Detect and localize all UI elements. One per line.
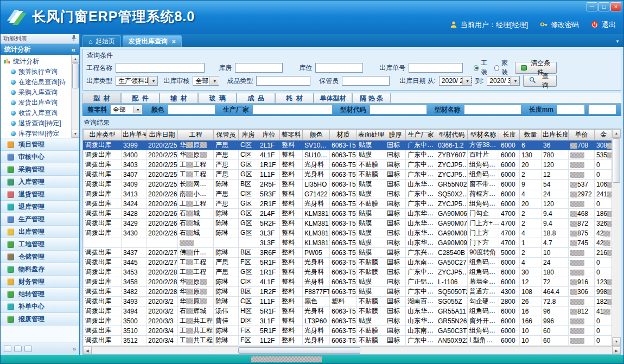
sidebar-item-inbound[interactable]: 入库管理: [1, 176, 79, 188]
table-row[interactable]: 3L3F整料KLM38176063-T5贴膜国标山东华…GA90M09…门下方4…: [84, 238, 613, 248]
scroll-up-icon[interactable]: ▲: [612, 129, 621, 138]
table-row[interactable]: 调拨出库35122020/3/4工共工程陈琳F区1L2F整料光身料6063-T5…: [84, 336, 613, 346]
tree-scrollbar[interactable]: ▲ ▼: [71, 55, 79, 138]
tab-start-page[interactable]: ⌂ 起始页: [82, 35, 121, 47]
sidebar-item-inventory[interactable]: 物料盘存: [1, 263, 79, 276]
scroll-right-icon[interactable]: ▶: [612, 347, 621, 354]
table-row[interactable]: 调拨出库35002020/3/3工共工程曹佳D区3L1F整料LT3P606063…: [84, 316, 613, 326]
sidebar-item-carryover[interactable]: 结转管理: [1, 288, 79, 301]
warehouse-input[interactable]: [235, 63, 283, 73]
table-row[interactable]: 调拨出库34242020/2/26工工程严思G区2R1F整料光身料6063-T5…: [84, 199, 613, 209]
date-from-picker[interactable]: 2020/ 2/16: [439, 76, 472, 86]
search-button[interactable]: 查 询: [523, 75, 557, 87]
sidebar-item-purchase[interactable]: 采购管理: [1, 163, 79, 176]
column-header[interactable]: 数量: [520, 130, 542, 141]
column-header[interactable]: 工程: [178, 130, 214, 141]
material-tab[interactable]: 玻 璃: [198, 93, 237, 103]
tab-close-icon[interactable]: ×: [172, 38, 176, 46]
tree-scrollbar-thumb[interactable]: [72, 63, 79, 88]
column-header[interactable]: 长度: [499, 130, 520, 141]
material-tab[interactable]: 型 材: [82, 93, 121, 103]
table-row[interactable]: 调拨出库34032020/2/25工工程严思G区1R1F整料光身料6063-T5…: [84, 160, 613, 170]
material-tab[interactable]: 隔 热 条: [352, 93, 391, 103]
table-row[interactable]: 调拨出库34582020/2/28华原陈琳C区4L1F整料光身料6063-T5贴…: [84, 277, 613, 287]
location-input[interactable]: [315, 63, 363, 73]
logout-link[interactable]: 退出: [602, 20, 616, 30]
tab-list-caret-icon[interactable]: ▼: [615, 39, 620, 44]
tree-item[interactable]: 退货查询[待定]: [4, 118, 70, 129]
footer-keyboard-icon[interactable]: [24, 346, 32, 352]
tree-item[interactable]: 在途信息查询[待: [4, 77, 70, 87]
sidebar-item-audit[interactable]: 审核中心: [1, 151, 79, 163]
table-row[interactable]: 调拨出库34002020/2/25华原严思C区4L1F整料SU10…6063-T…: [84, 150, 613, 160]
date-to-picker[interactable]: 2020/ 3/16: [487, 76, 520, 86]
keeper-input[interactable]: [342, 76, 390, 86]
table-horizontal-scrollbar[interactable]: ◀ ▶: [83, 346, 621, 354]
table-row[interactable]: 调拨出库34532020/2/28工工程严思G区1R1F整料光身料6063-T5…: [84, 267, 613, 277]
profile-code-input[interactable]: [370, 105, 427, 114]
column-header[interactable]: 出库长度: [542, 130, 569, 141]
vertical-scroll-thumb[interactable]: [613, 138, 620, 183]
column-header[interactable]: 整零料: [280, 130, 303, 141]
manufacturer-input[interactable]: [252, 105, 333, 114]
length-min-input[interactable]: [557, 105, 585, 114]
tree-item[interactable]: 收货入库查询: [4, 108, 70, 118]
column-header[interactable]: 材质: [330, 130, 357, 141]
radio-home-decor[interactable]: 家装: [494, 59, 512, 77]
column-header[interactable]: 膜厚: [385, 130, 406, 141]
sidebar-item-project[interactable]: 项目管理: [1, 138, 79, 151]
sidebar-item-finance[interactable]: 财务管理: [1, 276, 79, 288]
sidebar-item-production[interactable]: 生产管理: [1, 213, 79, 226]
table-row[interactable]: 调拨出库34092020/2/25长网…陈琳B区2R5F整料LI35HO6063…: [84, 180, 613, 189]
tree-item[interactable]: 发货出库查询: [4, 98, 70, 108]
column-header[interactable]: 生产厂家: [406, 130, 436, 141]
table-row[interactable]: 调拨出库34372020/2/27佛什…陈琳B区3R6F整料PW056063-T…: [84, 248, 613, 258]
column-header[interactable]: 型材代码: [436, 130, 468, 141]
sidebar-item-return-goods[interactable]: 退货管理: [1, 188, 79, 201]
color-input[interactable]: [168, 105, 215, 114]
table-row[interactable]: 调拨出库34932020/3/2华原陈琳C区1L1F整料黑色塑料不贴膜国标湖南百…: [84, 297, 613, 306]
material-tab[interactable]: 辅 材: [160, 93, 198, 103]
table-row[interactable]: 调拨出库35102020/3/4工共工程陈琳F区5R1F整料光身料6063-T5…: [84, 326, 613, 336]
column-header[interactable]: 出库类型: [84, 130, 122, 141]
column-header[interactable]: 单价: [569, 130, 595, 141]
profile-name-input[interactable]: [464, 105, 521, 114]
table-row[interactable]: 调拨出库34302020/2/26石城陈琳G区3L3F整料KLM38176063…: [84, 228, 613, 238]
material-tab[interactable]: 成 品: [237, 93, 275, 103]
outbound-audit-select[interactable]: 全部: [193, 76, 219, 86]
scroll-down-icon[interactable]: ▼: [72, 130, 79, 138]
column-header[interactable]: 表面处理: [357, 130, 385, 141]
column-header[interactable]: 颜色: [303, 130, 330, 141]
sidebar-item-outbound[interactable]: 出库管理: [1, 226, 79, 238]
horizontal-scroll-thumb[interactable]: [238, 347, 360, 354]
table-row[interactable]: 调拨出库34942020/3/2石辉城汤伟H区5R1F整料光身料6063-T5不…: [84, 306, 613, 316]
table-row[interactable]: 调拨出库34282020/2/26石城陈琳G区2L4F整料KLM38176063…: [84, 209, 613, 219]
sidebar-item-scrap[interactable]: 报废管理: [1, 313, 79, 325]
material-tab[interactable]: 配 件: [121, 93, 160, 103]
tree-item[interactable]: 库存管理[待定: [4, 129, 70, 138]
scroll-left-icon[interactable]: ◀: [83, 347, 92, 354]
column-header[interactable]: 保管员: [214, 130, 239, 141]
table-row[interactable]: 调拨出库34072020/2/25工工程严思G区1L1F整料光身料6063-T5…: [84, 170, 613, 180]
column-header[interactable]: 库位: [258, 130, 280, 141]
whole-scrap-select[interactable]: 全部: [110, 105, 143, 114]
tree-item[interactable]: 预算执行查询: [4, 67, 70, 77]
footer-doc-icon[interactable]: [4, 346, 11, 352]
sidebar-item-supplement[interactable]: 补单中心: [1, 301, 79, 313]
table-row[interactable]: 调拨出库34132020/2/26南小…严思C区5R3F整料G714226063…: [84, 189, 613, 199]
length-max-input[interactable]: [588, 105, 616, 114]
sidebar-item-warehouse[interactable]: 仓储管理: [1, 251, 79, 263]
scroll-up-icon[interactable]: ▲: [72, 55, 79, 63]
minimize-button[interactable]: ─: [587, 2, 597, 11]
table-row[interactable]: 调拨出库33992020/2/25华原严思C区2L1F整料SV10…6063-T…: [84, 141, 613, 150]
table-row[interactable]: 调拨出库34452020/2/27工工程严思F区5R1F整料光身料6063-T5…: [84, 258, 613, 267]
footer-more-icon[interactable]: »: [73, 346, 76, 352]
table-row[interactable]: 调拨出库34822020/2/28华原陈琳B区1R2F整料F8877FT6063…: [84, 287, 613, 297]
tree-item[interactable]: 采购入库查询: [4, 87, 70, 98]
column-header[interactable]: 金: [595, 130, 613, 141]
maximize-button[interactable]: □: [598, 2, 609, 11]
order-no-input[interactable]: [409, 63, 463, 73]
tab-shipping-outbound-query[interactable]: 发货出库查询 ×: [123, 35, 182, 47]
column-header[interactable]: 型材名称: [468, 130, 499, 141]
material-tab[interactable]: 耗 材: [275, 93, 314, 103]
